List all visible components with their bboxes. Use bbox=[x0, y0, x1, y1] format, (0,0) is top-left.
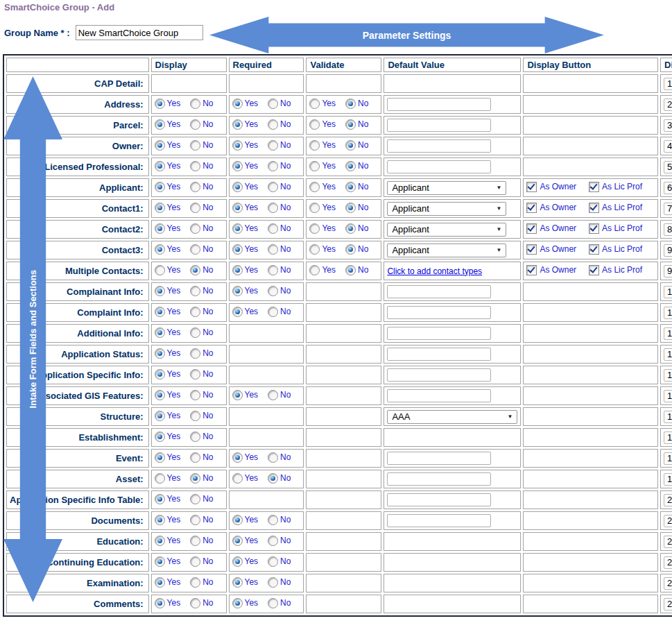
radio-no-icon[interactable] bbox=[190, 432, 200, 442]
radio-no-icon[interactable] bbox=[268, 556, 278, 567]
radio-option-no[interactable]: No bbox=[190, 348, 213, 359]
radio-yes-icon[interactable] bbox=[155, 140, 165, 151]
radio-no-icon[interactable] bbox=[345, 244, 356, 255]
radio-option-yes[interactable]: Yes bbox=[155, 140, 181, 151]
default-value-input[interactable] bbox=[387, 98, 491, 111]
radio-option-yes[interactable]: Yes bbox=[232, 265, 259, 275]
radio-option-no[interactable]: No bbox=[268, 577, 291, 588]
radio-option-yes[interactable]: Yes bbox=[309, 244, 336, 255]
radio-yes-icon[interactable] bbox=[155, 536, 165, 546]
checkbox-icon[interactable] bbox=[589, 265, 599, 275]
radio-option-yes[interactable]: Yes bbox=[232, 244, 259, 255]
radio-no-icon[interactable] bbox=[268, 140, 278, 151]
default-value-input[interactable] bbox=[387, 327, 491, 340]
radio-option-yes[interactable]: Yes bbox=[155, 598, 181, 608]
radio-option-yes[interactable]: Yes bbox=[232, 286, 259, 296]
radio-no-icon[interactable] bbox=[190, 411, 200, 421]
display-order-input[interactable] bbox=[664, 411, 672, 423]
radio-no-icon[interactable] bbox=[268, 286, 278, 296]
radio-option-yes[interactable]: Yes bbox=[232, 452, 259, 463]
checkbox-icon[interactable] bbox=[526, 223, 537, 234]
radio-no-icon[interactable] bbox=[190, 390, 200, 400]
radio-no-icon[interactable] bbox=[268, 265, 278, 275]
radio-yes-icon[interactable] bbox=[232, 598, 243, 608]
radio-option-yes[interactable]: Yes bbox=[155, 223, 181, 234]
radio-option-no[interactable]: No bbox=[268, 203, 291, 213]
radio-no-icon[interactable] bbox=[190, 265, 200, 275]
group-name-input[interactable] bbox=[76, 25, 203, 40]
display-order-input[interactable] bbox=[664, 140, 672, 153]
radio-option-no[interactable]: No bbox=[190, 99, 213, 109]
radio-no-icon[interactable] bbox=[190, 119, 200, 130]
radio-option-no[interactable]: No bbox=[268, 161, 291, 171]
radio-option-yes[interactable]: Yes bbox=[232, 390, 259, 400]
radio-yes-icon[interactable] bbox=[155, 473, 165, 484]
radio-no-icon[interactable] bbox=[345, 265, 356, 275]
display-order-input[interactable] bbox=[664, 577, 672, 590]
checkbox-option[interactable]: As Owner bbox=[526, 244, 576, 255]
radio-no-icon[interactable] bbox=[190, 140, 200, 151]
radio-no-icon[interactable] bbox=[345, 223, 356, 234]
radio-no-icon[interactable] bbox=[190, 598, 200, 608]
radio-yes-icon[interactable] bbox=[309, 203, 320, 213]
display-order-input[interactable] bbox=[664, 390, 672, 402]
radio-yes-icon[interactable] bbox=[155, 161, 165, 171]
radio-yes-icon[interactable] bbox=[232, 244, 243, 255]
radio-option-yes[interactable]: Yes bbox=[232, 598, 259, 608]
radio-no-icon[interactable] bbox=[268, 161, 278, 171]
default-value-select[interactable]: Applicant▼ bbox=[387, 181, 506, 195]
checkbox-icon[interactable] bbox=[589, 182, 599, 192]
radio-yes-icon[interactable] bbox=[232, 140, 243, 151]
radio-option-yes[interactable]: Yes bbox=[155, 182, 181, 192]
radio-option-yes[interactable]: Yes bbox=[232, 515, 259, 525]
radio-option-yes[interactable]: Yes bbox=[309, 182, 336, 192]
radio-no-icon[interactable] bbox=[268, 182, 278, 192]
radio-yes-icon[interactable] bbox=[232, 307, 243, 317]
radio-yes-icon[interactable] bbox=[232, 577, 243, 588]
radio-no-icon[interactable] bbox=[345, 99, 356, 109]
radio-yes-icon[interactable] bbox=[155, 327, 165, 338]
radio-yes-icon[interactable] bbox=[232, 390, 243, 400]
radio-option-yes[interactable]: Yes bbox=[155, 515, 181, 525]
radio-no-icon[interactable] bbox=[268, 452, 278, 463]
radio-yes-icon[interactable] bbox=[232, 536, 243, 546]
radio-option-no[interactable]: No bbox=[268, 473, 291, 484]
radio-no-icon[interactable] bbox=[190, 223, 200, 234]
radio-yes-icon[interactable] bbox=[155, 223, 165, 234]
radio-option-no[interactable]: No bbox=[190, 390, 213, 400]
default-value-input[interactable] bbox=[387, 160, 491, 173]
radio-no-icon[interactable] bbox=[190, 203, 200, 213]
radio-no-icon[interactable] bbox=[190, 536, 200, 546]
radio-option-yes[interactable]: Yes bbox=[155, 473, 181, 484]
radio-option-yes[interactable]: Yes bbox=[309, 265, 336, 275]
radio-yes-icon[interactable] bbox=[155, 515, 165, 525]
radio-option-no[interactable]: No bbox=[190, 536, 213, 546]
default-value-input[interactable] bbox=[387, 389, 491, 402]
radio-no-icon[interactable] bbox=[190, 286, 200, 296]
radio-yes-icon[interactable] bbox=[232, 515, 243, 525]
radio-option-yes[interactable]: Yes bbox=[155, 286, 181, 296]
display-order-input[interactable] bbox=[664, 473, 672, 486]
radio-option-no[interactable]: No bbox=[190, 161, 213, 171]
radio-option-no[interactable]: No bbox=[190, 265, 213, 275]
radio-option-yes[interactable]: Yes bbox=[309, 119, 336, 130]
radio-option-no[interactable]: No bbox=[190, 140, 213, 151]
radio-no-icon[interactable] bbox=[345, 203, 356, 213]
radio-yes-icon[interactable] bbox=[232, 182, 243, 192]
radio-yes-icon[interactable] bbox=[232, 265, 243, 275]
radio-option-yes[interactable]: Yes bbox=[155, 99, 181, 109]
radio-yes-icon[interactable] bbox=[309, 161, 320, 171]
display-order-input[interactable] bbox=[664, 161, 672, 173]
radio-yes-icon[interactable] bbox=[309, 223, 320, 234]
display-order-input[interactable] bbox=[664, 78, 672, 90]
radio-option-no[interactable]: No bbox=[190, 556, 213, 567]
radio-option-no[interactable]: No bbox=[268, 515, 291, 525]
radio-no-icon[interactable] bbox=[190, 307, 200, 317]
radio-no-icon[interactable] bbox=[190, 182, 200, 192]
radio-yes-icon[interactable] bbox=[232, 119, 243, 130]
radio-option-no[interactable]: No bbox=[190, 286, 213, 296]
radio-no-icon[interactable] bbox=[268, 577, 278, 588]
radio-option-yes[interactable]: Yes bbox=[155, 494, 181, 504]
radio-option-yes[interactable]: Yes bbox=[309, 99, 336, 109]
radio-no-icon[interactable] bbox=[190, 244, 200, 255]
